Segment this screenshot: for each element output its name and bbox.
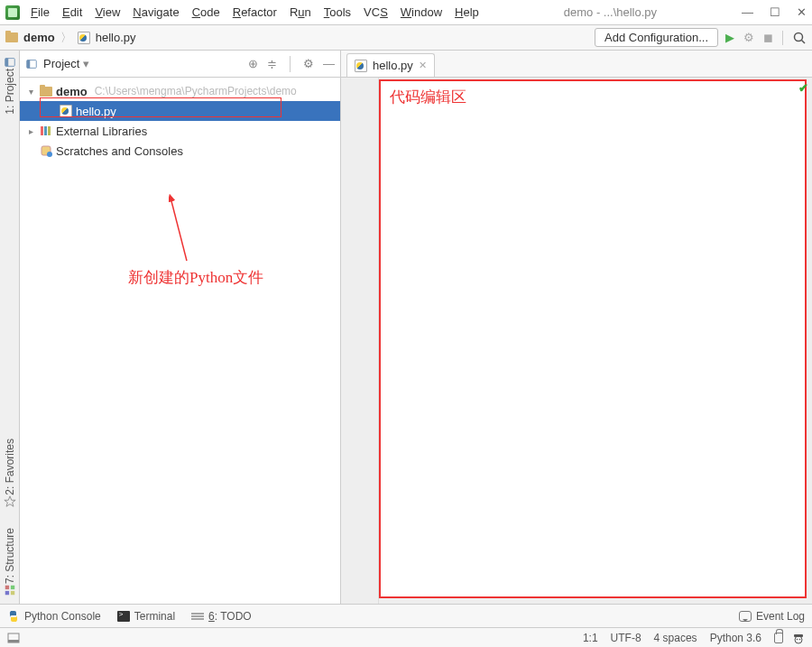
toolbar: demo 〉 hello.py Add Configuration... ▶ ⚙… bbox=[0, 25, 812, 51]
menu-navigate[interactable]: Navigate bbox=[133, 5, 179, 19]
annotation-editor-box: 代码编辑区 bbox=[379, 79, 807, 598]
add-configuration-button[interactable]: Add Configuration... bbox=[595, 28, 718, 47]
svg-point-24 bbox=[799, 638, 801, 640]
svg-point-0 bbox=[795, 32, 803, 41]
svg-rect-7 bbox=[5, 591, 8, 595]
todo-icon bbox=[191, 612, 204, 621]
favorites-tool-tab[interactable]: 2: Favorites bbox=[4, 439, 16, 508]
scratches-icon bbox=[40, 144, 52, 157]
debug-icon[interactable]: ⚙ bbox=[743, 31, 754, 44]
python-console-tab[interactable]: Python Console bbox=[7, 610, 101, 623]
pycharm-app-icon bbox=[5, 5, 20, 20]
svg-rect-10 bbox=[27, 60, 31, 68]
editor-pane: hello.py ✕ 代码编辑区 ✔ bbox=[341, 51, 812, 604]
expand-arrow-icon[interactable] bbox=[25, 87, 36, 97]
hide-pane-icon[interactable]: — bbox=[323, 57, 335, 70]
terminal-tab[interactable]: Terminal bbox=[117, 610, 175, 623]
project-pane-icon bbox=[25, 58, 38, 70]
svg-rect-12 bbox=[44, 126, 47, 135]
editor-tabs: hello.py ✕ bbox=[341, 51, 812, 78]
menu-tools[interactable]: Tools bbox=[324, 5, 351, 19]
inspection-ok-icon: ✔ bbox=[798, 81, 808, 95]
project-tool-tab[interactable]: 1: Project bbox=[4, 56, 16, 115]
breadcrumb-separator: 〉 bbox=[60, 30, 72, 46]
maximize-button[interactable]: ☐ bbox=[770, 5, 780, 19]
svg-line-1 bbox=[802, 40, 806, 43]
event-log-tab[interactable]: Event Log bbox=[739, 610, 805, 623]
project-pane: Project ⊕ ≑ ⚙ — demo C:\Users\mengma\Pyc… bbox=[20, 51, 341, 604]
expand-arrow-icon[interactable] bbox=[25, 126, 36, 136]
menu-view[interactable]: View bbox=[95, 5, 120, 19]
settings-gear-icon[interactable]: ⚙ bbox=[303, 57, 314, 70]
search-icon[interactable] bbox=[792, 31, 807, 45]
svg-marker-4 bbox=[4, 496, 14, 506]
svg-line-16 bbox=[171, 198, 187, 261]
separator bbox=[782, 31, 783, 45]
folder-icon bbox=[5, 32, 18, 42]
bottom-tool-strip: Python Console Terminal 6: TODO Event Lo… bbox=[0, 604, 812, 627]
window-title: demo - ...\hello.py bbox=[479, 5, 742, 19]
editor-tab-hello[interactable]: hello.py ✕ bbox=[346, 53, 435, 77]
python-file-icon bbox=[60, 105, 72, 117]
status-toggle-icon[interactable] bbox=[7, 633, 20, 643]
python-icon bbox=[7, 610, 20, 623]
svg-rect-13 bbox=[48, 126, 51, 135]
breadcrumb-project[interactable]: demo bbox=[23, 31, 55, 44]
structure-tool-tab[interactable]: 7: Structure bbox=[4, 528, 16, 596]
svg-rect-11 bbox=[41, 126, 43, 135]
menu-window[interactable]: Window bbox=[401, 5, 442, 19]
status-encoding[interactable]: UTF-8 bbox=[611, 632, 641, 644]
svg-rect-25 bbox=[794, 634, 803, 637]
menu-bar: File Edit View Navigate Code Refactor Ru… bbox=[31, 5, 479, 19]
svg-rect-8 bbox=[10, 591, 14, 595]
menu-code[interactable]: Code bbox=[192, 5, 220, 19]
status-indent[interactable]: 4 spaces bbox=[654, 632, 697, 644]
editor-area[interactable]: 代码编辑区 ✔ bbox=[341, 78, 812, 604]
svg-point-23 bbox=[797, 638, 798, 640]
menu-refactor[interactable]: Refactor bbox=[233, 5, 277, 19]
svg-point-22 bbox=[795, 636, 802, 643]
breadcrumb-file[interactable]: hello.py bbox=[96, 31, 136, 44]
status-bar: 1:1 UTF-8 4 spaces Python 3.6 bbox=[0, 627, 812, 647]
terminal-icon bbox=[117, 611, 130, 622]
annotation-new-file-label: 新创建的Python文件 bbox=[128, 267, 263, 288]
menu-run[interactable]: Run bbox=[290, 5, 311, 19]
left-tool-gutter: 1: Project 2: Favorites 7: Structure bbox=[0, 51, 20, 604]
status-caret-position[interactable]: 1:1 bbox=[583, 632, 598, 644]
stop-icon[interactable]: ◼ bbox=[763, 31, 773, 44]
todo-tab[interactable]: 6: TODO bbox=[191, 610, 252, 623]
locate-icon[interactable]: ⊕ bbox=[248, 57, 258, 70]
tree-file-hello[interactable]: hello.py bbox=[20, 101, 340, 121]
title-bar: File Edit View Navigate Code Refactor Ru… bbox=[0, 0, 812, 25]
svg-rect-3 bbox=[5, 59, 8, 67]
tree-root-demo[interactable]: demo C:\Users\mengma\PycharmProjects\dem… bbox=[20, 81, 340, 101]
ide-inspector-icon[interactable] bbox=[792, 632, 805, 644]
tree-external-libraries[interactable]: External Libraries bbox=[20, 121, 340, 141]
python-file-icon bbox=[355, 60, 367, 72]
minimize-button[interactable]: — bbox=[742, 5, 753, 19]
project-tree[interactable]: demo C:\Users\mengma\PycharmProjects\dem… bbox=[20, 78, 340, 604]
project-view-selector[interactable]: Project bbox=[43, 57, 89, 70]
status-interpreter[interactable]: Python 3.6 bbox=[710, 632, 761, 644]
close-button[interactable]: ✕ bbox=[797, 5, 807, 19]
close-tab-icon[interactable]: ✕ bbox=[419, 60, 427, 71]
window-controls: — ☐ ✕ bbox=[742, 5, 807, 19]
folder-icon bbox=[40, 87, 52, 97]
svg-rect-6 bbox=[10, 586, 14, 589]
menu-help[interactable]: Help bbox=[455, 5, 479, 19]
event-log-icon bbox=[739, 611, 752, 622]
menu-edit[interactable]: Edit bbox=[62, 5, 82, 19]
separator bbox=[290, 56, 291, 72]
tree-scratches[interactable]: Scratches and Consoles bbox=[20, 141, 340, 161]
menu-vcs[interactable]: VCS bbox=[364, 5, 388, 19]
collapse-all-icon[interactable]: ≑ bbox=[267, 57, 277, 70]
project-pane-header: Project ⊕ ≑ ⚙ — bbox=[20, 51, 340, 78]
menu-file[interactable]: File bbox=[31, 5, 50, 19]
svg-rect-21 bbox=[8, 640, 19, 642]
run-icon[interactable]: ▶ bbox=[725, 31, 734, 44]
readonly-lock-icon[interactable] bbox=[774, 633, 783, 643]
breadcrumb: demo 〉 hello.py bbox=[5, 30, 135, 46]
python-file-icon bbox=[78, 32, 90, 44]
svg-rect-5 bbox=[5, 586, 8, 589]
libraries-icon bbox=[40, 125, 52, 137]
